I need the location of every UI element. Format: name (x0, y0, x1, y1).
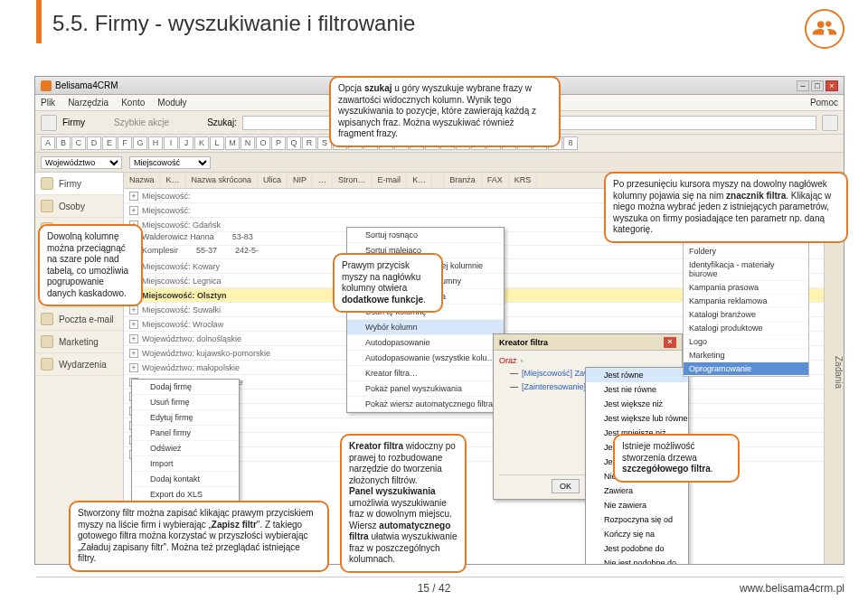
category-item[interactable]: Logo (684, 335, 808, 349)
menu-item[interactable]: Kreator filtra… (347, 366, 504, 381)
menu-item[interactable]: Panel firmy (132, 426, 239, 441)
alpha-I[interactable]: I (164, 136, 178, 150)
menu-item[interactable]: Wybór kolumn (347, 320, 504, 335)
alpha-P[interactable]: P (271, 136, 286, 150)
menu-item[interactable]: Usuń firmę (132, 395, 239, 410)
category-item[interactable]: Katalogi produktowe (684, 322, 808, 335)
nav-item[interactable]: Firmy (35, 173, 123, 195)
category-item[interactable]: Foldery (684, 245, 808, 258)
menu-item[interactable]: Kończy się na (586, 527, 688, 541)
group-label: Miejscowość: Legnica (142, 277, 222, 286)
alpha-G[interactable]: G (133, 136, 147, 150)
nav-item[interactable]: Osoby (35, 195, 123, 218)
menu-item[interactable]: Nie jest podobne do (586, 556, 688, 564)
menu-pomoc[interactable]: Pomoc (810, 98, 838, 108)
menu-item[interactable]: Import (132, 456, 239, 472)
menu-item[interactable]: Dodaj firmę (132, 380, 239, 395)
nav-item[interactable]: Marketing (35, 331, 123, 353)
group-label: Miejscowość: Olsztyn (142, 291, 227, 300)
category-item[interactable]: Identyfikacja - materiały biurowe (684, 258, 808, 281)
close-icon[interactable]: × (664, 337, 676, 348)
filter-andor[interactable]: Oraz (499, 356, 517, 365)
menu-item[interactable]: Pokaż panel wyszukiwania (347, 381, 504, 397)
column-header[interactable]: Stron… (333, 173, 373, 188)
alpha-L[interactable]: L (210, 136, 224, 150)
menu-konto[interactable]: Konto (121, 98, 145, 108)
nav-item[interactable]: Wydarzenia (35, 353, 123, 376)
category-item[interactable]: Oprogramowanie (684, 362, 808, 376)
menu-item[interactable]: Jest równe (586, 368, 688, 382)
menu-item[interactable]: Autodopasowanie (wszystkie kolu…) (347, 351, 504, 366)
quick-actions-label: Szybkie akcje (114, 117, 169, 127)
expand-icon[interactable]: + (129, 334, 138, 343)
search-icon[interactable] (822, 115, 838, 131)
menu-moduly[interactable]: Moduły (157, 98, 186, 108)
menu-item[interactable]: Jest nie równe (586, 382, 688, 397)
alpha-Q[interactable]: Q (287, 136, 301, 150)
alpha-H[interactable]: H (148, 136, 163, 150)
menu-item[interactable]: Nie zawiera (586, 498, 688, 512)
menu-item[interactable]: Sortuj rosnąco (347, 228, 504, 243)
group-label: Miejscowość: Suwałki (142, 305, 221, 314)
alpha-M[interactable]: M (225, 136, 240, 150)
alpha-O[interactable]: O (256, 136, 270, 150)
menu-item[interactable]: Odśwież (132, 441, 239, 456)
menu-narzedzia[interactable]: Narzędzia (68, 98, 108, 108)
column-header[interactable]: K… (407, 173, 432, 188)
nav-item[interactable]: Poczta e-mail (35, 308, 123, 331)
expand-icon[interactable]: + (129, 305, 138, 314)
expand-icon[interactable]: + (129, 349, 138, 358)
callout-filter-tree: Istnieje możliwość stworzenia drzewa szc… (613, 434, 740, 483)
menu-item[interactable]: Rozpoczyna się od (586, 512, 688, 527)
column-header[interactable]: K… (161, 173, 186, 188)
column-header[interactable]: Branża (444, 173, 482, 188)
alpha-D[interactable]: D (87, 136, 101, 150)
column-header[interactable] (432, 173, 444, 188)
expand-icon[interactable]: + (129, 363, 138, 372)
group-label: Województwo: małopolskie (142, 363, 240, 372)
maximize-button[interactable]: □ (811, 80, 824, 91)
category-item[interactable]: Kampania prasowa (684, 281, 808, 295)
menu-item[interactable]: Edytuj firmę (132, 410, 239, 426)
expand-icon[interactable]: + (129, 192, 138, 201)
ok-button[interactable]: OK (552, 479, 580, 493)
category-item[interactable]: Kampania reklamowa (684, 295, 808, 308)
alpha-E[interactable]: E (102, 136, 117, 150)
menu-item[interactable]: Jest podobne do (586, 541, 688, 556)
menu-item[interactable]: Jest większe niż (586, 397, 688, 411)
menu-item[interactable]: Autodopasowanie (347, 335, 504, 351)
expand-icon[interactable]: + (129, 320, 138, 329)
group-miejscowosc[interactable]: Miejscowość (129, 156, 211, 169)
column-header[interactable]: Ulica (258, 173, 288, 188)
category-item[interactable]: Marketing (684, 349, 808, 362)
column-header[interactable]: KRS (509, 173, 538, 188)
menu-item[interactable]: Pokaż wiersz automatycznego filtra (347, 397, 504, 412)
alpha-N[interactable]: N (241, 136, 255, 150)
column-header[interactable]: Nazwa (124, 173, 161, 188)
alpha-8[interactable]: 8 (563, 136, 578, 150)
alpha-A[interactable]: A (41, 136, 55, 150)
column-header[interactable]: … (313, 173, 333, 188)
menu-item[interactable]: Dodaj kontakt (132, 472, 239, 487)
grouping-bar[interactable]: Województwo Miejscowość (35, 153, 844, 173)
menu-plik[interactable]: Plik (41, 98, 55, 108)
alpha-C[interactable]: C (71, 136, 86, 150)
alpha-R[interactable]: R (302, 136, 316, 150)
alpha-B[interactable]: B (56, 136, 71, 150)
column-header[interactable]: FAX (482, 173, 509, 188)
column-header[interactable]: E-mail (373, 173, 408, 188)
minimize-button[interactable]: – (797, 80, 809, 91)
filter-condition-2-field[interactable]: [Zainteresowanie] (522, 382, 586, 391)
group-wojewodztwo[interactable]: Województwo (41, 156, 122, 169)
menu-item[interactable]: Jest większe lub równe (586, 411, 688, 426)
column-header[interactable]: NIP (288, 173, 313, 188)
menu-item[interactable]: Zawiera (586, 483, 688, 498)
nav-icon (41, 313, 53, 325)
alpha-K[interactable]: K (194, 136, 209, 150)
column-header[interactable]: Nazwa skrócona (186, 173, 259, 188)
category-item[interactable]: Katalogi branżowe (684, 308, 808, 322)
alpha-J[interactable]: J (179, 136, 193, 150)
close-button[interactable]: × (826, 80, 838, 91)
expand-icon[interactable]: + (129, 206, 138, 215)
alpha-F[interactable]: F (118, 136, 132, 150)
